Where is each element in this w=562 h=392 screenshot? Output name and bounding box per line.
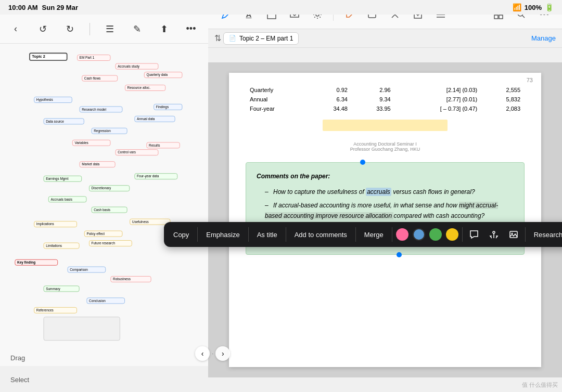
cell-annual-1: 6.34	[309, 95, 352, 104]
mindmap-node-17[interactable]: Discretionary	[89, 185, 130, 191]
color-yellow-button[interactable]	[446, 228, 458, 241]
watermark: 值 什么值得买	[522, 381, 558, 389]
nav-right-arrow[interactable]: ›	[215, 346, 230, 361]
mindmap-node-30[interactable]: References	[34, 307, 77, 313]
mindmap-node-9[interactable]: Regression	[92, 128, 127, 134]
tab-topic2[interactable]: 📄 Topic 2 – EM part 1	[223, 32, 299, 45]
mindmap-node-6[interactable]: Hypothesis	[34, 97, 72, 103]
ctx-sep-2	[248, 227, 249, 242]
list-view-button[interactable]: ☰	[100, 20, 119, 38]
left-panel-toolbar: ‹ ↺ ↻ ☰ ✎ ⬆ •••	[0, 15, 208, 44]
research-button[interactable]: Research	[528, 228, 562, 242]
ctx-sep-4	[355, 227, 356, 242]
cell-annual-2: 9.34	[352, 95, 395, 104]
date-display: Sun 29 Mar	[42, 4, 78, 11]
pdf-area: Quarterly 0.92 2.96 [2.14] (0.03) 2,555 …	[208, 62, 562, 377]
table-row: Annual 6.34 9.34 [2.77] (0.01) 5,832	[246, 95, 525, 104]
highlighted-word-accruals: accruals	[366, 188, 391, 196]
image-icon-button[interactable]	[504, 225, 523, 244]
edit-button[interactable]: ✎	[127, 20, 146, 38]
color-green-button[interactable]	[429, 228, 442, 241]
mindmap-node-8[interactable]: Data source	[44, 118, 84, 124]
cell-fouryear-4: 2,083	[481, 104, 525, 113]
mindmap-node-26[interactable]: Comparison	[68, 267, 106, 273]
mindmap-canvas: Topic 2 EM Part 1 Accruals study Cash fl…	[5, 49, 187, 326]
copy-button[interactable]: Copy	[167, 228, 195, 242]
nav-left-arrow[interactable]: ‹	[195, 346, 210, 361]
anchor-icon-button[interactable]	[484, 225, 503, 244]
tab-label: Topic 2 – EM part 1	[239, 35, 293, 42]
mindmap-node-29[interactable]: Conclusion	[86, 297, 125, 304]
mindmap-node-10[interactable]: Annual data	[134, 116, 175, 122]
merge-button[interactable]: Merge	[358, 228, 390, 242]
pdf-page: Quarterly 0.92 2.96 [2.14] (0.03) 2,555 …	[229, 73, 541, 367]
ctx-sep-5	[392, 227, 392, 242]
redo-button[interactable]: ↻	[60, 20, 79, 38]
add-to-comments-button[interactable]: Add to comments	[288, 228, 353, 242]
battery-percent: 100%	[525, 4, 542, 11]
as-title-button[interactable]: As title	[251, 228, 284, 242]
ctx-sep-6	[462, 227, 463, 242]
mindmap-node-25[interactable]: Future research	[89, 240, 132, 246]
mindmap-node-13[interactable]: Control vars	[116, 149, 159, 155]
status-left: 10:00 AM Sun 29 Mar	[8, 4, 78, 11]
svg-rect-6	[494, 15, 498, 19]
ctx-sep-7	[525, 227, 526, 242]
mindmap-node-20[interactable]: Cash basis	[92, 207, 127, 213]
cell-quarterly-2: 2.96	[352, 85, 395, 95]
selection-handle-bottom	[397, 252, 402, 257]
green-section-title: Comments on the paper:	[257, 171, 514, 182]
mindmap-node-7[interactable]: Research model	[80, 106, 123, 112]
manage-button[interactable]: Manage	[531, 34, 556, 42]
bullet-item-2: – If accrual-based accounting is more us…	[265, 200, 514, 221]
mindmap-node-21[interactable]: Implications	[34, 221, 77, 227]
mindmap-node-11[interactable]: Findings	[154, 104, 182, 110]
mindmap-node-23[interactable]: Usefulness	[130, 219, 170, 225]
time-display: 10:00 AM	[8, 4, 38, 11]
cell-quarterly-4: 2,555	[481, 85, 525, 95]
mindmap-area: Topic 2 EM Part 1 Accruals study Cash fl…	[0, 44, 208, 366]
mindmap-node-3[interactable]: Cash flows	[82, 75, 118, 82]
mindmap-preview-node[interactable]	[44, 317, 120, 341]
bullet-item-1: – How to capture the usefulness of accru…	[265, 187, 514, 197]
cell-fouryear-3: [ – 0.73] (0.47)	[395, 104, 482, 113]
comment-icon-button[interactable]	[465, 225, 483, 244]
status-right: 📶 100% 🔋	[513, 3, 554, 11]
mindmap-node-12[interactable]: Variables	[72, 140, 111, 146]
nav-dot: ·	[212, 350, 213, 357]
mindmap-node-4[interactable]: Resource alloc.	[125, 85, 165, 91]
cell-fouryear-1: 34.48	[309, 104, 352, 113]
mindmap-root-node[interactable]: Topic 2	[29, 53, 68, 61]
back-button[interactable]: ‹	[6, 20, 25, 38]
more-button[interactable]: •••	[182, 20, 200, 38]
cell-annual-3: [2.77] (0.01)	[395, 95, 482, 104]
mindmap-node-2[interactable]: Accruals study	[116, 63, 159, 70]
mindmap-node-27[interactable]: Robustness	[110, 276, 151, 282]
mindmap-node-18[interactable]: Accruals basis	[48, 196, 87, 202]
cell-fouryear-2: 33.95	[352, 104, 395, 113]
mindmap-node-5[interactable]: Quarterly data	[144, 72, 183, 78]
color-pink-button[interactable]	[396, 228, 408, 241]
mindmap-node-24[interactable]: Limitations	[44, 243, 80, 249]
mindmap-node-16[interactable]: Earnings Mgmt	[44, 176, 82, 182]
sync-icon[interactable]: ⇅	[214, 33, 221, 43]
mindmap-node-19[interactable]: Four-year data	[134, 173, 177, 179]
emphasize-button[interactable]: Emphasize	[200, 228, 246, 242]
mindmap-node-red[interactable]: Key finding	[15, 259, 58, 266]
mindmap-node-14[interactable]: Market data	[80, 161, 116, 167]
highlighted-text-block: might accrual-based accounting improve r…	[265, 202, 498, 219]
cell-annual-label: Annual	[246, 95, 309, 104]
footer-line1: Accounting Doctoral Seminar I	[246, 141, 525, 147]
battery-icon: 🔋	[545, 3, 554, 11]
mindmap-node-1[interactable]: EM Part 1	[77, 55, 110, 61]
mindmap-node-22[interactable]: Policy effect	[84, 231, 123, 237]
cell-annual-4: 5,832	[481, 95, 525, 104]
pdf-footer: Accounting Doctoral Seminar I Professor …	[246, 141, 525, 152]
mindmap-node-15[interactable]: Results	[146, 142, 180, 148]
svg-rect-10	[510, 231, 517, 238]
mindmap-node-28[interactable]: Summary	[44, 285, 80, 292]
color-blue-button[interactable]	[413, 228, 425, 241]
share-button[interactable]: ⬆	[155, 20, 173, 38]
ctx-sep-3	[286, 227, 286, 242]
undo-button[interactable]: ↺	[33, 20, 52, 38]
